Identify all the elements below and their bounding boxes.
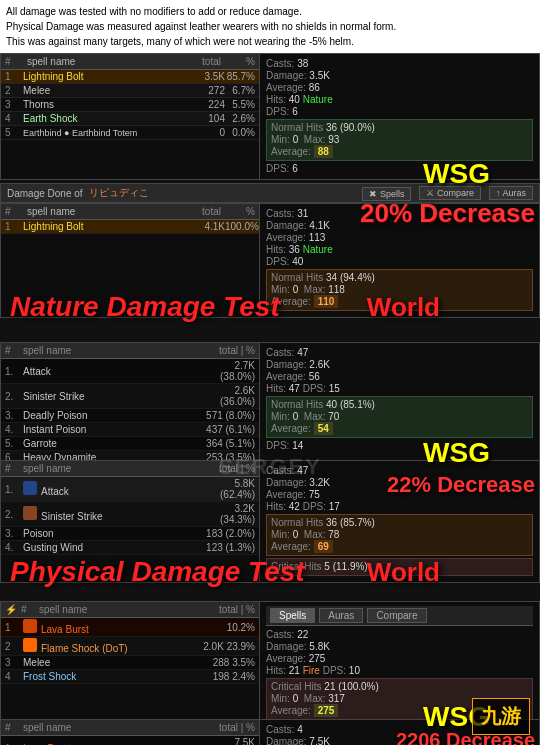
fire-section: ⚡ # spell name total | % 1 Lava Burst 10… [0,601,540,745]
phys-world-hits: Normal Hits 36 (85.7%) Min: 0 Max: 78 Av… [266,514,533,556]
world-spell-row-1[interactable]: 1 Lightning Bolt 4.1K 100.0% [1,220,259,234]
fire-world-table: # spell name total | % 1. Lava Burst 7.5… [0,719,260,745]
nature-20-decrease: 20% Decrease [360,198,535,229]
spells-tab-fire[interactable]: Spells [270,608,315,623]
phys-row-2[interactable]: 2. Sinister Strike 2.6K (36.0%) [1,384,259,409]
desc-line2: Physical Damage was measured against lea… [6,19,534,34]
nature-wsg-header: # spell name total % [1,54,259,70]
phys-world-row-1[interactable]: 1. Attack 5.8K (62.4%) [1,477,259,502]
fire-world-row-1[interactable]: 1. Lava Burst 7.5K (83.6%) [1,736,259,745]
watermark-logo: 九游 [481,705,521,727]
wsg-label-1: WSG [423,158,490,190]
phys-row-1[interactable]: 1. Attack 2.7K (38.0%) [1,359,259,384]
stat-dps: DPS: 6 [266,106,533,117]
spell-row-3[interactable]: 3 Thorns 224 5.5% [1,98,259,112]
phys-world-row-4[interactable]: 4. Gusting Wind 123 (1.3%) [1,541,259,555]
physical-section: # spell name total | % 1. Attack 2.7K (3… [0,342,540,592]
fire-row-frost[interactable]: 4 Frost Shock 198 2.4% [1,670,259,684]
normal-hits-box: Normal Hits 36 (90.0%) Min: 0 Max: 93 Av… [266,119,533,161]
col-total-label: total [176,56,221,67]
nature-damage-test-label: Nature Damage Test [10,291,280,323]
col-pct-label: % [225,56,255,67]
fire-row-lava[interactable]: 1 Lava Burst 10.2% [1,618,259,637]
watermark-area: 九游 [472,698,530,735]
col-spell-label: spell name [27,56,172,67]
fire-tabs: Spells Auras Compare [266,606,533,626]
spell-row-1[interactable]: 1 Lightning Bolt 3.5K 85.7% [1,70,259,84]
compare-tab-fire[interactable]: Compare [367,608,426,623]
nature-wsg-stats: Casts: 38 Damage: 3.5K Average: 86 Hits:… [260,53,540,180]
col-hash: # [5,56,23,67]
nature-wsg-spell-table: # spell name total % 1 Lightning Bolt 3.… [0,53,260,180]
world-label-1: World [367,292,440,323]
fire-row-melee[interactable]: 3 Melee 288 3.5% [1,656,259,670]
desc-line3: This was against many targets, many of w… [6,34,534,49]
sergey-watermark: Sergey [218,454,322,480]
page-wrapper: All damage was tested with no modifiers … [0,0,540,745]
spell-row-5[interactable]: 5 Earthbind ● Earthbind Totem 0 0.0% [1,126,259,140]
fire-row-flame[interactable]: 2 Flame Shock (DoT) 2.0K 23.9% [1,637,259,656]
phys-row-3[interactable]: 3. Deadly Poison 571 (8.0%) [1,409,259,423]
fire-wsg-header: ⚡ # spell name total | % [1,602,259,618]
phys-row-4[interactable]: 4. Instant Poison 437 (6.1%) [1,423,259,437]
nature-section: # spell name total % 1 Lightning Bolt 3.… [0,53,540,333]
nature-world-header: # spell name total % [1,204,259,220]
fire-world-header: # spell name total | % [1,720,259,736]
wsg-label-2: WSG [423,437,490,469]
auras-tab-fire[interactable]: Auras [319,608,363,623]
top-description: All damage was tested with no modifiers … [0,0,540,53]
phys-row-5[interactable]: 5. Garrote 364 (5.1%) [1,437,259,451]
phys-world-row-3[interactable]: 3. Poison 183 (2.0%) [1,527,259,541]
phys-damage-test-label: Physical Damage Test [10,556,305,588]
phys-header: # spell name total | % [1,343,259,359]
stat-dps2: DPS: 6 [266,163,533,174]
spell-row-4[interactable]: 4 Earth Shock 104 2.6% [1,112,259,126]
desc-line1: All damage was tested with no modifiers … [6,4,534,19]
stat-damage: Damage: 3.5K [266,70,533,81]
phys-22-decrease: 22% Decrease [387,472,535,498]
phys-world-row-2[interactable]: 2. Sinister Strike 3.2K (34.3%) [1,502,259,527]
stat-avg: Average: 86 [266,82,533,93]
stat-hits: Hits: 40 Nature [266,94,533,105]
world-label-2: World [367,557,440,588]
spell-row-2[interactable]: 2 Melee 272 6.7% [1,84,259,98]
stat-casts: Casts: 38 [266,58,533,69]
phys-normal-hits: Normal Hits 40 (85.1%) Min: 0 Max: 70 Av… [266,396,533,438]
